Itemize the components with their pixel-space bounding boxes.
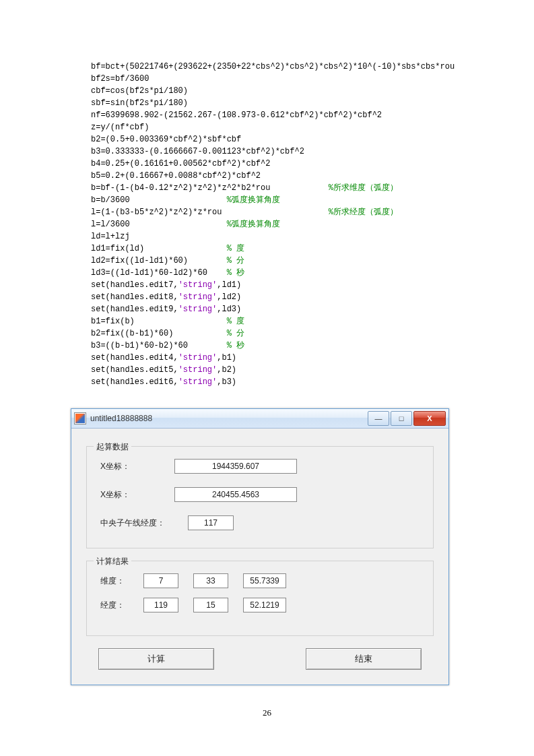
- lat-label: 维度：: [100, 575, 143, 587]
- row-lon: 经度： 119 15 52.1219: [100, 598, 420, 612]
- row-x2: X坐标： 240455.4563: [100, 487, 420, 502]
- lon-min-output[interactable]: 15: [193, 598, 228, 612]
- window-body: 起算数据 X坐标： 1944359.607 X坐标： 240455.4563 中…: [71, 429, 448, 685]
- lon-sec-output[interactable]: 52.1219: [243, 598, 286, 612]
- end-button[interactable]: 结束: [306, 648, 422, 670]
- button-row: 计算 结束: [86, 648, 434, 670]
- lat-deg-output[interactable]: 7: [143, 573, 178, 588]
- titlebar: untitled18888888 — □ X: [71, 409, 448, 429]
- row-x1: X坐标： 1944359.607: [100, 459, 420, 474]
- row-meridian: 中央子午线经度： 117: [100, 515, 420, 530]
- lat-min-output[interactable]: 33: [193, 573, 228, 588]
- minimize-button[interactable]: —: [368, 411, 389, 426]
- x1-label: X坐标：: [100, 461, 174, 472]
- lon-label: 经度：: [100, 600, 143, 611]
- close-button[interactable]: X: [413, 411, 446, 426]
- x2-input[interactable]: 240455.4563: [174, 487, 297, 502]
- meridian-label: 中央子午线经度：: [100, 517, 188, 529]
- row-lat: 维度： 7 33 55.7339: [100, 573, 420, 588]
- input-legend: 起算数据: [94, 441, 131, 453]
- input-groupbox: 起算数据 X坐标： 1944359.607 X坐标： 240455.4563 中…: [86, 446, 434, 548]
- window-buttons: — □ X: [366, 411, 446, 426]
- lat-sec-output[interactable]: 55.7339: [243, 573, 286, 588]
- lon-deg-output[interactable]: 119: [143, 598, 178, 612]
- x1-input[interactable]: 1944359.607: [174, 459, 297, 474]
- calc-button[interactable]: 计算: [98, 648, 214, 670]
- meridian-input[interactable]: 117: [188, 515, 234, 530]
- output-legend: 计算结果: [94, 556, 131, 567]
- x2-label: X坐标：: [100, 489, 174, 501]
- window-title: untitled18888888: [90, 414, 152, 423]
- maximize-button[interactable]: □: [391, 411, 412, 426]
- matlab-gui-window: untitled18888888 — □ X 起算数据 X坐标： 1944359…: [71, 408, 449, 685]
- code-block: bf=bct+(50221746+(293622+(2350+22*cbs^2)…: [91, 61, 480, 388]
- output-groupbox: 计算结果 维度： 7 33 55.7339 经度： 119 15 52.1219: [86, 561, 434, 636]
- page-number: 26: [0, 707, 534, 718]
- matlab-icon: [74, 412, 86, 424]
